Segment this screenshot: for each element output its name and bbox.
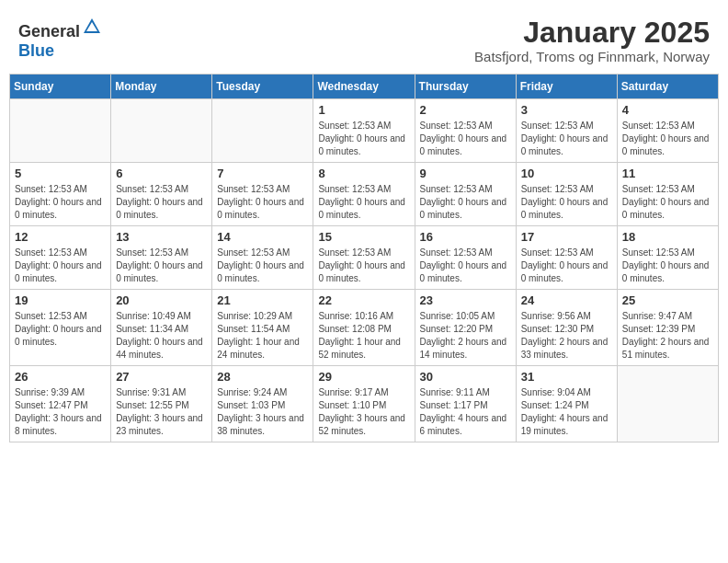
day-info: Sunset: 12:53 AM Daylight: 0 hours and 0…: [116, 247, 207, 285]
day-number: 8: [318, 167, 409, 180]
day-number: 7: [217, 167, 308, 180]
day-info: Sunset: 12:53 AM Daylight: 0 hours and 0…: [521, 183, 612, 222]
location-title: Batsfjord, Troms og Finnmark, Norway: [474, 49, 710, 64]
day-info: Sunset: 12:53 AM Daylight: 0 hours and 0…: [217, 183, 308, 222]
calendar-day-cell: 12Sunset: 12:53 AM Daylight: 0 hours and…: [10, 226, 111, 290]
calendar-header-cell: Tuesday: [212, 75, 313, 99]
day-number: 2: [420, 103, 511, 117]
day-info: Sunset: 12:53 AM Daylight: 0 hours and 0…: [15, 247, 106, 285]
calendar-day-cell: 15Sunset: 12:53 AM Daylight: 0 hours and…: [313, 226, 415, 290]
day-number: 21: [217, 293, 308, 307]
calendar-day-cell: 30Sunrise: 9:11 AM Sunset: 1:17 PM Dayli…: [415, 366, 516, 442]
calendar-week-row: 19Sunset: 12:53 AM Daylight: 0 hours and…: [10, 290, 719, 366]
day-info: Sunset: 12:53 AM Daylight: 0 hours and 0…: [15, 183, 106, 222]
calendar-day-cell: 27Sunrise: 9:31 AM Sunset: 12:55 PM Dayl…: [111, 366, 212, 442]
calendar-day-cell: 6Sunset: 12:53 AM Daylight: 0 hours and …: [111, 163, 212, 226]
logo-blue: Blue: [18, 41, 54, 60]
day-info: Sunrise: 9:11 AM Sunset: 1:17 PM Dayligh…: [420, 386, 511, 438]
calendar-day-cell: 2Sunset: 12:53 AM Daylight: 0 hours and …: [415, 99, 516, 163]
day-number: 27: [116, 370, 207, 384]
day-number: 26: [15, 370, 106, 384]
calendar-body: 1Sunset: 12:53 AM Daylight: 0 hours and …: [10, 99, 719, 442]
calendar-day-cell: 22Sunrise: 10:16 AM Sunset: 12:08 PM Day…: [313, 290, 415, 366]
calendar-header-cell: Friday: [516, 75, 617, 99]
day-info: Sunrise: 9:31 AM Sunset: 12:55 PM Daylig…: [116, 386, 207, 438]
calendar-day-cell: 25Sunrise: 9:47 AM Sunset: 12:39 PM Dayl…: [617, 290, 718, 366]
day-number: 9: [420, 167, 511, 180]
calendar-day-cell: 26Sunrise: 9:39 AM Sunset: 12:47 PM Dayl…: [10, 366, 111, 442]
day-info: Sunrise: 10:05 AM Sunset: 12:20 PM Dayli…: [420, 310, 511, 362]
day-info: Sunrise: 9:04 AM Sunset: 1:24 PM Dayligh…: [521, 386, 612, 438]
calendar-week-row: 1Sunset: 12:53 AM Daylight: 0 hours and …: [10, 99, 719, 163]
day-number: 18: [622, 230, 713, 244]
calendar-week-row: 5Sunset: 12:53 AM Daylight: 0 hours and …: [10, 163, 719, 226]
calendar-day-cell: 7Sunset: 12:53 AM Daylight: 0 hours and …: [212, 163, 313, 226]
day-info: Sunset: 12:53 AM Daylight: 0 hours and 0…: [420, 183, 511, 222]
calendar-day-cell: 8Sunset: 12:53 AM Daylight: 0 hours and …: [313, 163, 415, 226]
day-info: Sunrise: 9:39 AM Sunset: 12:47 PM Daylig…: [15, 386, 106, 438]
calendar-day-cell: 3Sunset: 12:53 AM Daylight: 0 hours and …: [516, 99, 617, 163]
calendar-day-cell: [111, 99, 212, 163]
day-number: 23: [420, 293, 511, 307]
day-number: 19: [15, 293, 106, 307]
calendar-header-cell: Sunday: [10, 75, 111, 99]
day-number: 12: [15, 230, 106, 244]
day-info: Sunset: 12:53 AM Daylight: 0 hours and 0…: [420, 247, 511, 285]
day-number: 14: [217, 230, 308, 244]
calendar-day-cell: 28Sunrise: 9:24 AM Sunset: 1:03 PM Dayli…: [212, 366, 313, 442]
calendar-day-cell: 20Sunrise: 10:49 AM Sunset: 11:34 AM Day…: [111, 290, 212, 366]
day-number: 5: [15, 167, 106, 180]
day-number: 15: [318, 230, 409, 244]
day-info: Sunrise: 9:47 AM Sunset: 12:39 PM Daylig…: [622, 310, 713, 362]
day-info: Sunrise: 10:49 AM Sunset: 11:34 AM Dayli…: [116, 310, 207, 362]
calendar-day-cell: 1Sunset: 12:53 AM Daylight: 0 hours and …: [313, 99, 415, 163]
logo: General Blue: [18, 17, 102, 61]
calendar-day-cell: 23Sunrise: 10:05 AM Sunset: 12:20 PM Day…: [415, 290, 516, 366]
calendar-header-cell: Wednesday: [313, 75, 415, 99]
logo-general: General: [18, 22, 80, 40]
calendar-day-cell: 21Sunrise: 10:29 AM Sunset: 11:54 AM Day…: [212, 290, 313, 366]
day-number: 16: [420, 230, 511, 244]
calendar-table: SundayMondayTuesdayWednesdayThursdayFrid…: [9, 74, 719, 442]
calendar-day-cell: 29Sunrise: 9:17 AM Sunset: 1:10 PM Dayli…: [313, 366, 415, 442]
day-info: Sunrise: 9:24 AM Sunset: 1:03 PM Dayligh…: [217, 386, 308, 438]
calendar-day-cell: 31Sunrise: 9:04 AM Sunset: 1:24 PM Dayli…: [516, 366, 617, 442]
day-number: 6: [116, 167, 207, 180]
day-info: Sunset: 12:53 AM Daylight: 0 hours and 0…: [622, 247, 713, 285]
calendar-day-cell: 18Sunset: 12:53 AM Daylight: 0 hours and…: [617, 226, 718, 290]
calendar-week-row: 12Sunset: 12:53 AM Daylight: 0 hours and…: [10, 226, 719, 290]
logo-icon: [82, 17, 102, 37]
day-info: Sunset: 12:53 AM Daylight: 0 hours and 0…: [622, 120, 713, 158]
day-info: Sunset: 12:53 AM Daylight: 0 hours and 0…: [15, 310, 106, 349]
day-number: 25: [622, 293, 713, 307]
day-info: Sunrise: 10:16 AM Sunset: 12:08 PM Dayli…: [318, 310, 409, 362]
day-info: Sunset: 12:53 AM Daylight: 0 hours and 0…: [318, 183, 409, 222]
day-info: Sunrise: 10:29 AM Sunset: 11:54 AM Dayli…: [217, 310, 308, 362]
calendar-day-cell: 13Sunset: 12:53 AM Daylight: 0 hours and…: [111, 226, 212, 290]
day-number: 28: [217, 370, 308, 384]
calendar-day-cell: 4Sunset: 12:53 AM Daylight: 0 hours and …: [617, 99, 718, 163]
calendar-day-cell: 9Sunset: 12:53 AM Daylight: 0 hours and …: [415, 163, 516, 226]
month-title: January 2025: [474, 17, 710, 49]
calendar-day-cell: 19Sunset: 12:53 AM Daylight: 0 hours and…: [10, 290, 111, 366]
calendar-day-cell: [212, 99, 313, 163]
calendar-day-cell: 24Sunrise: 9:56 AM Sunset: 12:30 PM Dayl…: [516, 290, 617, 366]
calendar-day-cell: 14Sunset: 12:53 AM Daylight: 0 hours and…: [212, 226, 313, 290]
calendar-day-cell: 16Sunset: 12:53 AM Daylight: 0 hours and…: [415, 226, 516, 290]
calendar-day-cell: 11Sunset: 12:53 AM Daylight: 0 hours and…: [617, 163, 718, 226]
day-info: Sunrise: 9:17 AM Sunset: 1:10 PM Dayligh…: [318, 386, 409, 438]
day-number: 11: [622, 167, 713, 180]
day-info: Sunset: 12:53 AM Daylight: 0 hours and 0…: [622, 183, 713, 222]
calendar-day-cell: [10, 99, 111, 163]
day-number: 30: [420, 370, 511, 384]
day-info: Sunset: 12:53 AM Daylight: 0 hours and 0…: [217, 247, 308, 285]
calendar-day-cell: 17Sunset: 12:53 AM Daylight: 0 hours and…: [516, 226, 617, 290]
day-number: 10: [521, 167, 612, 180]
day-number: 1: [318, 103, 409, 117]
page-header: General Blue January 2025 Batsfjord, Tro…: [9, 9, 719, 68]
calendar-header-cell: Thursday: [415, 75, 516, 99]
day-number: 20: [116, 293, 207, 307]
calendar-header-cell: Monday: [111, 75, 212, 99]
day-info: Sunset: 12:53 AM Daylight: 0 hours and 0…: [521, 247, 612, 285]
day-info: Sunset: 12:53 AM Daylight: 0 hours and 0…: [521, 120, 612, 158]
